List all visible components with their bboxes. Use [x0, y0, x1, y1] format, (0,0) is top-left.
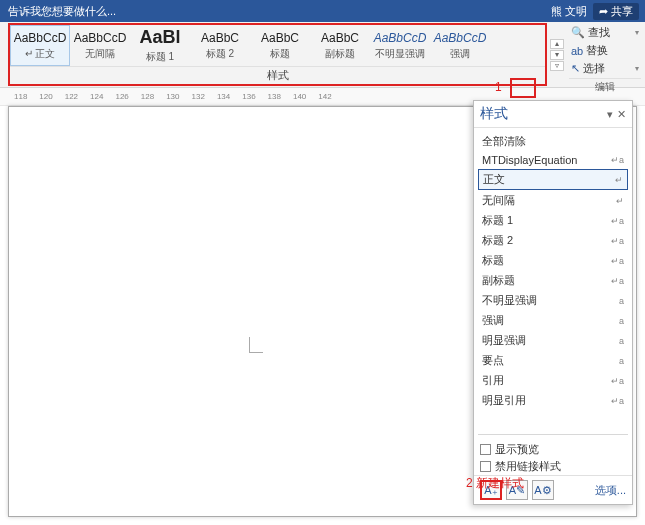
style-name: 标题 1 — [482, 213, 513, 228]
style-list-item[interactable]: 引用↵a — [478, 371, 628, 390]
styles-panel: 样式 ▾ ✕ 全部清除MTDisplayEquation↵a正文↵无间隔↵标题 … — [473, 100, 633, 505]
annotation-1-box — [510, 78, 536, 98]
style-chip[interactable]: AaBl标题 1 — [130, 25, 190, 66]
style-list-item[interactable]: 不明显强调a — [478, 291, 628, 310]
style-chip[interactable]: AaBbCcD无间隔 — [70, 25, 130, 66]
panel-title: 样式 — [480, 105, 508, 123]
style-list-item[interactable]: 正文↵ — [478, 169, 628, 190]
style-list-item[interactable]: 强调a — [478, 311, 628, 330]
style-suffix-icon: ↵a — [611, 276, 624, 286]
style-suffix-icon: a — [619, 296, 624, 306]
style-label: 标题 — [270, 47, 290, 61]
style-chip[interactable]: AaBbCcD强调 — [430, 25, 490, 66]
select-button[interactable]: ↖选择▾ — [569, 60, 641, 77]
style-list-item[interactable]: 标题 2↵a — [478, 231, 628, 250]
style-list-item[interactable]: 全部清除 — [478, 132, 628, 151]
editing-group: 🔍查找▾ ab替换 ↖选择▾ 编辑 — [565, 22, 645, 87]
style-label: 强调 — [450, 47, 470, 61]
style-suffix-icon: ↵ — [616, 196, 624, 206]
style-chip[interactable]: AaBbCcD↵ 正文 — [10, 25, 70, 66]
style-name: 副标题 — [482, 273, 515, 288]
search-icon: 🔍 — [571, 26, 585, 39]
chevron-up-icon[interactable]: ▴ — [550, 39, 564, 49]
pointer-icon: ↖ — [571, 62, 580, 75]
style-suffix-icon: ↵a — [611, 155, 624, 165]
style-list-item[interactable]: 副标题↵a — [478, 271, 628, 290]
style-label: 标题 1 — [146, 50, 174, 64]
style-list-item[interactable]: 无间隔↵ — [478, 191, 628, 210]
style-chip[interactable]: AaBbC标题 2 — [190, 25, 250, 66]
style-name: 要点 — [482, 353, 504, 368]
style-label: 不明显强调 — [375, 47, 425, 61]
style-suffix-icon: a — [619, 356, 624, 366]
text-cursor — [249, 337, 263, 353]
style-name: 全部清除 — [482, 134, 526, 149]
style-suffix-icon: ↵a — [611, 376, 624, 386]
style-suffix-icon: a — [619, 316, 624, 326]
style-name: 不明显强调 — [482, 293, 537, 308]
ribbon: AaBbCcD↵ 正文AaBbCcD无间隔AaBl标题 1AaBbC标题 2Aa… — [0, 22, 645, 88]
annotation-1: 1 — [495, 80, 502, 94]
style-name: 明显强调 — [482, 333, 526, 348]
user-name[interactable]: 熊 文明 — [551, 4, 587, 19]
style-suffix-icon: ↵a — [611, 256, 624, 266]
style-chip[interactable]: AaBbCcD不明显强调 — [370, 25, 430, 66]
style-preview: AaBbC — [261, 31, 299, 45]
chevron-down-icon[interactable]: ▾ — [550, 50, 564, 60]
show-preview-checkbox[interactable]: 显示预览 — [474, 441, 632, 458]
checkbox-icon — [480, 444, 491, 455]
style-suffix-icon: ↵a — [611, 216, 624, 226]
style-suffix-icon: ↵ — [615, 175, 623, 185]
share-icon: ➦ — [599, 5, 608, 17]
style-preview: AaBbCcD — [74, 31, 127, 45]
style-suffix-icon: ↵a — [611, 396, 624, 406]
style-list-item[interactable]: 标题↵a — [478, 251, 628, 270]
styles-group-label: 样式 — [10, 66, 545, 84]
panel-menu-icon[interactable]: ▾ — [607, 108, 613, 121]
style-label: 标题 2 — [206, 47, 234, 61]
style-name: 强调 — [482, 313, 504, 328]
tell-me-text[interactable]: 告诉我您想要做什么... — [8, 4, 116, 19]
style-preview: AaBbC — [321, 31, 359, 45]
find-button[interactable]: 🔍查找▾ — [569, 24, 641, 41]
share-button[interactable]: ➦ 共享 — [593, 3, 639, 20]
manage-styles-button[interactable]: A⚙ — [532, 480, 554, 500]
disable-linked-checkbox[interactable]: 禁用链接样式 — [474, 458, 632, 475]
style-name: 无间隔 — [482, 193, 515, 208]
style-name: 标题 — [482, 253, 504, 268]
style-label: 副标题 — [325, 47, 355, 61]
annotation-2: 2 新建样式 — [466, 475, 524, 492]
styles-gallery: AaBbCcD↵ 正文AaBbCcD无间隔AaBl标题 1AaBbC标题 2Aa… — [8, 23, 547, 86]
replace-button[interactable]: ab替换 — [569, 42, 641, 59]
style-list-item[interactable]: 要点a — [478, 351, 628, 370]
title-bar: 告诉我您想要做什么... 熊 文明 ➦ 共享 — [0, 0, 645, 22]
style-list-item[interactable]: MTDisplayEquation↵a — [478, 152, 628, 168]
style-suffix-icon: a — [619, 336, 624, 346]
style-list-item[interactable]: 明显强调a — [478, 331, 628, 350]
replace-icon: ab — [571, 45, 583, 57]
style-preview: AaBl — [139, 27, 180, 48]
chevron-down-icon[interactable]: ▾ — [635, 64, 639, 73]
style-preview: AaBbCcD — [434, 31, 487, 45]
style-suffix-icon: ↵a — [611, 236, 624, 246]
style-chip[interactable]: AaBbC副标题 — [310, 25, 370, 66]
manage-icon: A⚙ — [534, 484, 551, 497]
chevron-down-icon[interactable]: ▾ — [635, 28, 639, 37]
style-name: 明显引用 — [482, 393, 526, 408]
options-link[interactable]: 选项... — [595, 483, 626, 498]
style-label: 无间隔 — [85, 47, 115, 61]
style-list-item[interactable]: 标题 1↵a — [478, 211, 628, 230]
style-preview: AaBbC — [201, 31, 239, 45]
expand-icon[interactable]: ▿ — [550, 61, 564, 71]
style-list[interactable]: 全部清除MTDisplayEquation↵a正文↵无间隔↵标题 1↵a标题 2… — [474, 128, 632, 428]
style-name: MTDisplayEquation — [482, 154, 577, 166]
style-list-item[interactable]: 明显引用↵a — [478, 391, 628, 410]
style-name: 标题 2 — [482, 233, 513, 248]
editing-group-label: 编辑 — [569, 78, 641, 94]
style-name: 引用 — [482, 373, 504, 388]
style-chip[interactable]: AaBbC标题 — [250, 25, 310, 66]
close-icon[interactable]: ✕ — [617, 108, 626, 121]
gallery-more[interactable]: ▴ ▾ ▿ — [549, 22, 565, 87]
style-label: ↵ 正文 — [25, 47, 56, 61]
checkbox-icon — [480, 461, 491, 472]
